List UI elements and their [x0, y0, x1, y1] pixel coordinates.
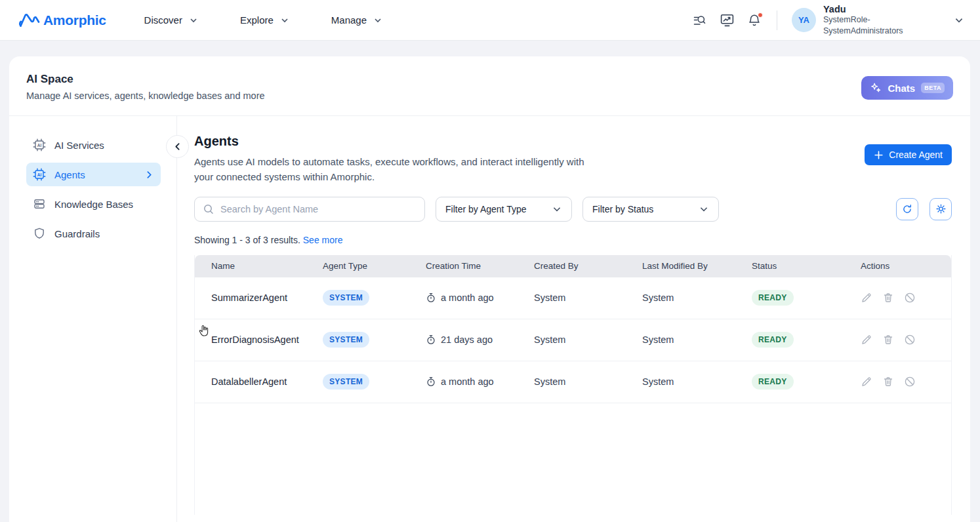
disable-icon[interactable]: [904, 334, 916, 346]
delete-icon[interactable]: [882, 292, 894, 304]
status-badge: READY: [752, 374, 794, 390]
filter-status-label: Filter by Status: [592, 204, 653, 214]
sidebar-item-label: Guardrails: [54, 228, 100, 239]
column-header-name: Name: [211, 261, 323, 271]
user-name: Yadu: [823, 4, 920, 14]
chevron-down-icon: [373, 16, 382, 25]
filter-agent-type-label: Filter by Agent Type: [445, 204, 526, 214]
ai-space-body: AI AI Services AI Agents: [9, 116, 970, 522]
column-header-last-modified-by: Last Modified By: [642, 261, 752, 271]
table-tools: [896, 198, 952, 220]
column-header-status: Status: [752, 261, 861, 271]
created-by: System: [534, 334, 642, 345]
edit-icon[interactable]: [861, 334, 872, 346]
table-header-row: Name Agent Type Creation Time Created By…: [195, 255, 951, 277]
agent-name: ErrorDiagnosisAgent: [211, 327, 310, 353]
user-role: SystemRole-SystemAdministrators: [823, 14, 920, 36]
creation-time: a month ago: [441, 376, 494, 387]
agent-name: DatalabellerAgent: [211, 369, 310, 395]
agents-header: Agents Agents use AI models to automate …: [194, 134, 952, 185]
chevron-left-icon: [173, 142, 182, 151]
row-actions: [861, 292, 951, 304]
creation-time: 21 days ago: [441, 334, 493, 345]
status-badge: READY: [752, 290, 794, 306]
see-more-link[interactable]: See more: [303, 235, 343, 245]
sidebar-item-ai-services[interactable]: AI AI Services: [26, 133, 161, 157]
stopwatch-icon: [426, 376, 436, 387]
delete-icon[interactable]: [882, 334, 894, 346]
filter-row: Filter by Agent Type Filter by Status: [194, 197, 952, 222]
refresh-icon: [901, 203, 913, 215]
user-menu[interactable]: YA Yadu SystemRole-SystemAdministrators: [792, 4, 964, 36]
gear-icon: [935, 203, 947, 215]
agents-main-panel: Agents Agents use AI models to automate …: [177, 116, 970, 522]
filter-status-dropdown[interactable]: Filter by Status: [582, 197, 719, 222]
svg-text:AI: AI: [37, 172, 42, 177]
created-by: System: [534, 376, 642, 387]
ai-chip-icon: AI: [33, 138, 46, 151]
chevron-down-icon: [954, 15, 964, 26]
column-header-actions: Actions: [861, 261, 951, 271]
created-by: System: [534, 292, 642, 303]
ai-space-header: AI Space Manage AI services, agents, kno…: [9, 56, 970, 116]
agent-search-input[interactable]: [220, 204, 417, 214]
chevron-down-icon: [189, 16, 198, 25]
chevron-down-icon: [699, 204, 709, 214]
agents-description: Agents use AI models to automate tasks, …: [194, 154, 601, 185]
advanced-search-icon[interactable]: [691, 12, 707, 28]
settings-button[interactable]: [929, 198, 952, 220]
edit-icon[interactable]: [861, 376, 872, 388]
page-subtitle: Manage AI services, agents, knowledge ba…: [26, 90, 265, 101]
edit-icon[interactable]: [861, 292, 872, 304]
column-header-created-by: Created By: [534, 261, 642, 271]
avatar: YA: [792, 8, 816, 32]
delete-icon[interactable]: [882, 376, 894, 388]
topbar-divider: [777, 10, 777, 30]
disable-icon[interactable]: [904, 292, 916, 304]
table-row[interactable]: DatalabellerAgent SYSTEM a month ago Sys…: [195, 361, 951, 403]
sidebar-item-agents[interactable]: AI Agents: [26, 163, 161, 186]
row-actions: [861, 334, 951, 346]
table-row[interactable]: ErrorDiagnosisAgent SYSTEM 21 days ago S…: [195, 319, 951, 361]
table-row[interactable]: SummarizerAgent SYSTEM a month ago Syste…: [195, 277, 951, 319]
ai-chip-icon: AI: [33, 168, 46, 181]
results-text: Showing 1 - 3 of 3 results.: [194, 235, 300, 245]
sidebar-collapse-button[interactable]: [166, 135, 189, 158]
sidebar-item-knowledge-bases[interactable]: Knowledge Bases: [26, 192, 161, 216]
nav-item-manage[interactable]: Manage: [331, 14, 382, 26]
top-navigation-bar: Amorphic Discover Explore Manage: [0, 0, 980, 41]
plus-icon: [874, 150, 884, 160]
search-icon: [203, 203, 214, 215]
agent-type-badge: SYSTEM: [323, 290, 369, 306]
amorphic-logo-icon: [18, 11, 41, 30]
stopwatch-icon: [426, 334, 436, 345]
stopwatch-icon: [426, 292, 436, 303]
notifications-bell-icon[interactable]: [746, 12, 762, 28]
agent-type-badge: SYSTEM: [323, 374, 369, 390]
refresh-button[interactable]: [896, 198, 918, 220]
row-actions: [861, 376, 951, 388]
beta-badge: BETA: [921, 83, 945, 93]
sidebar-item-guardrails[interactable]: Guardrails: [26, 222, 161, 245]
shield-icon: [33, 227, 46, 240]
nav-label: Discover: [144, 14, 182, 26]
nav-item-explore[interactable]: Explore: [240, 14, 289, 26]
nav-item-discover[interactable]: Discover: [144, 14, 198, 26]
filter-agent-type-dropdown[interactable]: Filter by Agent Type: [436, 197, 572, 222]
column-header-creation-time: Creation Time: [426, 261, 534, 271]
monitor-chart-icon[interactable]: [719, 12, 735, 28]
amorphic-logo[interactable]: Amorphic: [18, 11, 106, 30]
sparkle-icon: [870, 82, 882, 94]
logo-text: Amorphic: [43, 12, 106, 28]
results-summary: Showing 1 - 3 of 3 results. See more: [194, 235, 952, 245]
nav-label: Manage: [331, 14, 367, 26]
chats-button[interactable]: Chats BETA: [861, 76, 953, 100]
create-agent-button[interactable]: Create Agent: [865, 144, 952, 165]
last-modified-by: System: [642, 292, 752, 303]
disable-icon[interactable]: [904, 376, 916, 388]
last-modified-by: System: [642, 334, 752, 345]
agents-title: Agents: [194, 134, 601, 149]
create-agent-label: Create Agent: [889, 150, 943, 160]
sidebar-item-label: Knowledge Bases: [54, 199, 133, 210]
column-header-agent-type: Agent Type: [323, 261, 426, 271]
